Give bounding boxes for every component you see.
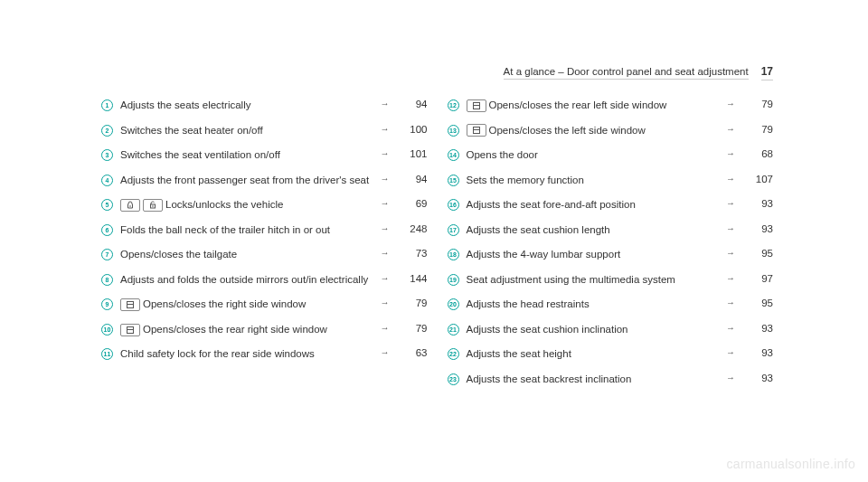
item-text: Switches the seat ventilation on/off — [120, 149, 280, 160]
item-description: Child safety lock for the rear side wind… — [120, 347, 372, 362]
arrow-icon: → — [724, 124, 737, 134]
page-reference: 93 — [744, 347, 773, 358]
page-reference: 101 — [399, 148, 428, 159]
item-marker: 11 — [101, 348, 113, 360]
item-description: Adjusts the head restraints — [467, 298, 718, 312]
arrow-icon: → — [379, 148, 392, 158]
arrow-icon: → — [379, 273, 392, 283]
page-reference: 79 — [399, 298, 428, 308]
page-header: At a glance – Door control panel and sea… — [504, 65, 773, 80]
item-text: Adjusts the seat cushion inclination — [467, 324, 628, 335]
page-reference: 93 — [744, 373, 773, 383]
page-reference: 94 — [399, 174, 428, 184]
page-reference: 69 — [399, 198, 428, 209]
page-reference: 63 — [399, 347, 428, 358]
left-column: 1Adjusts the seats electrically→942Switc… — [101, 93, 428, 392]
item-description: Adjusts the seat height — [467, 347, 718, 362]
arrow-icon: → — [724, 174, 737, 184]
item-description: Opens/closes the rear left side window — [467, 99, 718, 113]
item-description: Opens/closes the right side window — [120, 298, 372, 312]
list-item: 1Adjusts the seats electrically→94 — [101, 93, 428, 118]
item-text: Opens/closes the left side window — [489, 125, 646, 136]
item-description: Adjusts the seats electrically — [120, 99, 372, 113]
arrow-icon: → — [379, 347, 392, 357]
item-text: Switches the seat heater on/off — [120, 125, 263, 136]
arrow-icon: → — [724, 148, 737, 158]
arrow-icon: → — [379, 198, 392, 208]
list-item: 2Switches the seat heater on/off→100 — [101, 118, 428, 144]
item-description: Adjusts the seat cushion length — [467, 223, 718, 238]
item-description: Sets the memory function — [467, 174, 718, 188]
item-description: Opens/closes the rear right side window — [120, 323, 372, 337]
window-icon — [467, 124, 486, 137]
item-text: Adjusts the seat backrest inclination — [467, 373, 632, 384]
list-item: 6Folds the ball neck of the trailer hitc… — [101, 218, 428, 243]
list-item: 14Opens the door→68 — [448, 143, 774, 168]
page-reference: 107 — [744, 174, 773, 184]
window-icon — [467, 99, 486, 112]
item-description: Opens/closes the left side window — [467, 124, 718, 138]
item-description: Opens/closes the tailgate — [120, 248, 372, 262]
item-description: Folds the ball neck of the trailer hitch… — [120, 223, 372, 238]
list-item: 19Seat adjustment using the multimedia s… — [448, 268, 774, 293]
list-item: 5Locks/unlocks the vehicle→69 — [101, 193, 428, 218]
arrow-icon: → — [724, 323, 737, 333]
arrow-icon: → — [724, 347, 737, 357]
item-marker: 7 — [101, 249, 113, 260]
item-marker: 6 — [101, 224, 113, 236]
arrow-icon: → — [379, 323, 392, 333]
arrow-icon: → — [379, 174, 392, 184]
list-item: 7Opens/closes the tailgate→73 — [101, 242, 428, 268]
page-reference: 248 — [399, 223, 428, 234]
list-item: 16Adjusts the seat fore-and-aft position… — [448, 193, 774, 218]
list-item: 21Adjusts the seat cushion inclination→9… — [448, 317, 774, 343]
item-description: Adjusts the seat backrest inclination — [467, 373, 718, 387]
arrow-icon: → — [379, 124, 392, 134]
list-item: 20Adjusts the head restraints→95 — [448, 292, 774, 317]
arrow-icon: → — [724, 298, 737, 307]
list-item: 15Sets the memory function→107 — [448, 168, 774, 194]
item-text: Opens the door — [467, 149, 538, 160]
arrow-icon: → — [724, 248, 737, 258]
item-marker: 19 — [448, 274, 459, 286]
list-item: 12Opens/closes the rear left side window… — [448, 93, 774, 118]
item-description: Switches the seat heater on/off — [120, 124, 372, 138]
page-reference: 95 — [744, 248, 773, 259]
list-item: 10Opens/closes the rear right side windo… — [101, 317, 428, 343]
item-marker: 10 — [101, 324, 113, 336]
item-text: Opens/closes the rear left side window — [489, 99, 667, 110]
right-column: 12Opens/closes the rear left side window… — [448, 93, 774, 392]
list-item: 9Opens/closes the right side window→79 — [101, 292, 428, 317]
page-reference: 93 — [744, 198, 773, 209]
item-description: Switches the seat ventilation on/off — [120, 148, 372, 163]
window-icon — [120, 324, 140, 336]
item-marker: 3 — [101, 149, 113, 161]
item-marker: 17 — [448, 224, 459, 236]
arrow-icon: → — [379, 99, 392, 109]
list-item: 22Adjusts the seat height→93 — [448, 342, 774, 367]
item-marker: 1 — [101, 99, 113, 111]
arrow-icon: → — [379, 298, 392, 307]
arrow-icon: → — [724, 198, 737, 208]
item-text: Opens/closes the tailgate — [120, 249, 237, 260]
page-reference: 95 — [744, 298, 773, 308]
item-description: Seat adjustment using the multimedia sys… — [467, 273, 718, 288]
list-item: 4Adjusts the front passenger seat from t… — [101, 168, 428, 194]
page-reference: 97 — [744, 273, 773, 284]
page-reference: 93 — [744, 323, 773, 334]
arrow-icon: → — [724, 99, 737, 109]
item-text: Opens/closes the rear right side window — [143, 324, 327, 335]
list-item: 11Child safety lock for the rear side wi… — [101, 342, 428, 367]
item-marker: 2 — [101, 125, 113, 137]
list-item: 18Adjusts the 4-way lumbar support→95 — [448, 242, 774, 268]
item-marker: 4 — [101, 175, 113, 186]
item-marker: 16 — [448, 199, 459, 211]
item-description: Adjusts the seat cushion inclination — [467, 323, 718, 337]
item-text: Adjusts the front passenger seat from th… — [120, 175, 369, 185]
page-reference: 100 — [399, 124, 428, 135]
item-text: Opens/closes the right side window — [143, 298, 306, 309]
item-text: Adjusts the seat fore-and-aft position — [467, 199, 636, 210]
arrow-icon: → — [379, 248, 392, 258]
item-marker: 5 — [101, 199, 113, 211]
arrow-icon: → — [724, 373, 737, 383]
